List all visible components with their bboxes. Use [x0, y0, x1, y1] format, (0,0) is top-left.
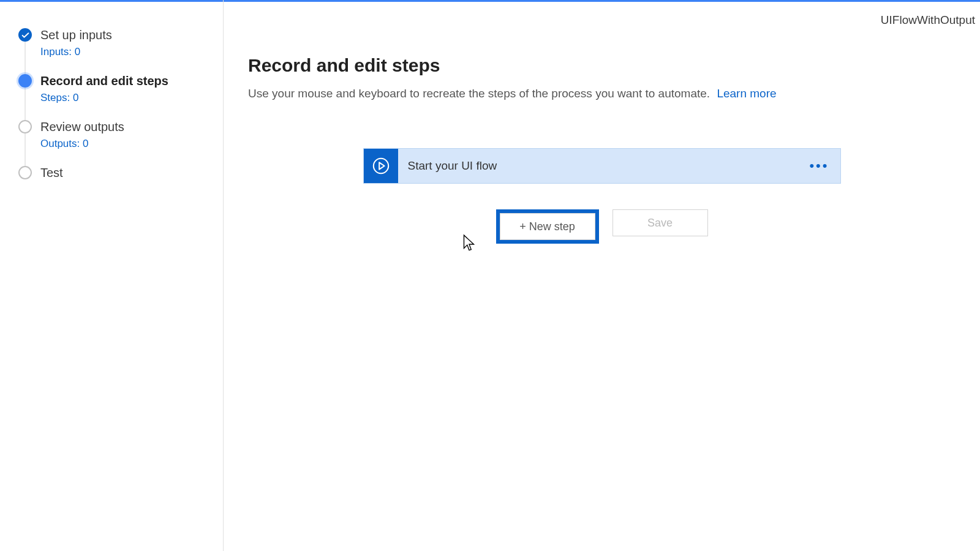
page-description: Use your mouse and keyboard to recreate …	[248, 87, 980, 100]
pending-step-icon	[18, 120, 32, 133]
check-icon	[18, 28, 32, 42]
mouse-cursor-icon	[461, 234, 477, 253]
wizard-step-sub: Steps: 0	[40, 92, 223, 104]
flow-name-label: UIFlowWithOutput	[881, 13, 975, 27]
wizard-step-title: Review outputs	[40, 120, 223, 134]
wizard-step-review-outputs[interactable]: Review outputs Outputs: 0	[18, 115, 223, 161]
page-description-text: Use your mouse and keyboard to recreate …	[248, 87, 710, 100]
wizard-step-sub: Outputs: 0	[40, 138, 223, 150]
wizard-step-title: Set up inputs	[40, 28, 223, 42]
new-step-button[interactable]: + New step	[500, 213, 595, 240]
page-title: Record and edit steps	[248, 55, 980, 76]
more-options-icon[interactable]: •••	[798, 158, 840, 174]
wizard-step-title: Test	[40, 166, 223, 180]
save-button[interactable]: Save	[612, 209, 708, 236]
wizard-sidebar: Set up inputs Inputs: 0 Record and edit …	[0, 0, 224, 551]
wizard-step-sub: Inputs: 0	[40, 46, 223, 58]
wizard-step-record-edit[interactable]: Record and edit steps Steps: 0	[18, 69, 223, 115]
learn-more-link[interactable]: Learn more	[717, 87, 776, 100]
wizard-step-test[interactable]: Test	[18, 161, 223, 191]
wizard-step-setup-inputs[interactable]: Set up inputs Inputs: 0	[18, 23, 223, 69]
start-flow-card-title: Start your UI flow	[398, 159, 799, 173]
start-flow-card[interactable]: Start your UI flow •••	[363, 148, 841, 184]
svg-point-0	[373, 159, 388, 173]
wizard-step-title: Record and edit steps	[40, 74, 223, 88]
new-step-highlight: + New step	[496, 209, 599, 244]
current-step-icon	[18, 74, 32, 88]
action-row: + New step Save	[363, 209, 841, 244]
play-circle-icon	[364, 149, 398, 183]
main-panel: UIFlowWithOutput Record and edit steps U…	[224, 0, 980, 551]
pending-step-icon	[18, 166, 32, 179]
